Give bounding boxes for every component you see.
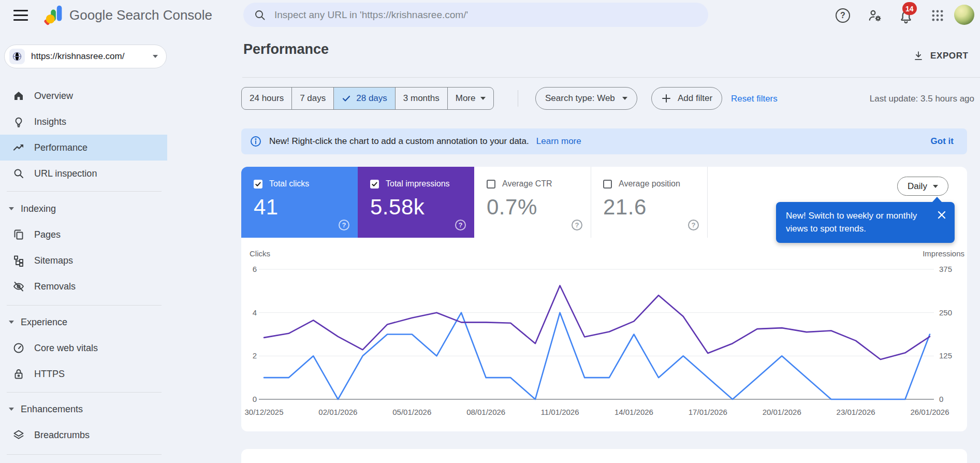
learn-more-link[interactable]: Learn more bbox=[536, 136, 581, 147]
sidebar-item-url-inspection[interactable]: URL inspection bbox=[0, 161, 167, 186]
svg-text:250: 250 bbox=[939, 308, 952, 317]
chip-24-hours[interactable]: 24 hours bbox=[242, 88, 292, 109]
info-icon bbox=[250, 135, 262, 148]
tile-divider bbox=[707, 167, 708, 238]
sidebar-item-sitemaps[interactable]: Sitemaps bbox=[0, 248, 167, 273]
svg-text:6: 6 bbox=[253, 265, 257, 273]
svg-text:Clicks: Clicks bbox=[250, 249, 270, 258]
total-clicks-value: 41 bbox=[254, 195, 358, 220]
search-console-logo-icon bbox=[42, 4, 66, 27]
svg-text:08/01/2026: 08/01/2026 bbox=[466, 408, 505, 416]
help-icon[interactable]: ? bbox=[339, 220, 349, 230]
help-icon[interactable]: ? bbox=[455, 220, 466, 230]
annotation-banner: New! Right-click the chart to add a cust… bbox=[241, 128, 967, 154]
average-ctr-value: 0.7% bbox=[487, 195, 591, 220]
speedometer-icon bbox=[12, 342, 25, 354]
chip-28-days[interactable]: 28 days bbox=[334, 88, 396, 109]
sidebar-divider bbox=[7, 191, 162, 192]
notification-count-badge[interactable]: 14 bbox=[902, 2, 917, 15]
help-icon[interactable]: ? bbox=[836, 8, 850, 23]
average-position-tile[interactable]: Average position 21.6 ? bbox=[591, 167, 707, 238]
section-collapse-icon bbox=[9, 207, 14, 210]
sidebar-divider bbox=[7, 392, 162, 393]
svg-text:05/01/2026: 05/01/2026 bbox=[392, 408, 431, 416]
sitemap-icon bbox=[12, 254, 25, 267]
sidebar-section-experience[interactable]: Experience bbox=[0, 309, 167, 335]
menu-icon[interactable] bbox=[13, 8, 29, 22]
tooltip-text: New! Switch to weekly or monthly views t… bbox=[786, 211, 917, 234]
layers-icon bbox=[12, 429, 25, 441]
svg-text:11/01/2026: 11/01/2026 bbox=[541, 408, 579, 416]
home-icon bbox=[12, 90, 25, 102]
chevron-down-icon bbox=[480, 97, 486, 100]
sidebar-item-insights[interactable]: Insights bbox=[0, 109, 167, 135]
total-impressions-checkbox[interactable] bbox=[370, 180, 379, 189]
lightbulb-icon bbox=[12, 115, 25, 128]
search-console-app: Google Search Console ? 14 https://krish… bbox=[0, 0, 980, 463]
svg-text:17/01/2026: 17/01/2026 bbox=[689, 408, 727, 416]
sidebar-item-overview[interactable]: Overview bbox=[0, 83, 167, 109]
user-settings-icon[interactable] bbox=[868, 8, 882, 23]
sidebar-divider bbox=[7, 454, 162, 455]
svg-text:0: 0 bbox=[939, 395, 943, 403]
url-inspect-input[interactable] bbox=[274, 9, 698, 21]
search-type-dropdown[interactable]: Search type: Web bbox=[535, 87, 637, 110]
section-collapse-icon bbox=[9, 408, 14, 411]
property-url: https://krishnasree.com/ bbox=[31, 51, 147, 62]
close-icon[interactable] bbox=[937, 210, 947, 220]
total-impressions-tile[interactable]: Total impressions 5.58k ? bbox=[358, 167, 474, 238]
svg-text:Impressions: Impressions bbox=[923, 249, 964, 258]
svg-text:0: 0 bbox=[253, 395, 257, 403]
performance-chart[interactable]: 00212542506375ClicksImpressions30/12/202… bbox=[241, 242, 967, 424]
granularity-dropdown[interactable]: Daily bbox=[897, 177, 948, 196]
sidebar-item-https[interactable]: HTTPS bbox=[0, 361, 167, 387]
sidebar-item-pages[interactable]: Pages bbox=[0, 222, 167, 248]
chevron-down-icon bbox=[153, 55, 158, 58]
url-inspect-searchbar[interactable] bbox=[243, 3, 708, 27]
got-it-button[interactable]: Got it bbox=[931, 136, 954, 147]
average-position-checkbox[interactable] bbox=[603, 180, 612, 189]
download-icon bbox=[913, 50, 924, 62]
banner-text: New! Right-click the chart to add a cust… bbox=[269, 136, 529, 147]
chevron-down-icon bbox=[933, 185, 938, 188]
property-selector[interactable]: https://krishnasree.com/ bbox=[4, 45, 167, 68]
help-icon[interactable]: ? bbox=[572, 220, 582, 230]
sidebar-item-removals[interactable]: Removals bbox=[0, 273, 167, 299]
check-icon bbox=[342, 94, 351, 103]
pages-icon bbox=[12, 228, 25, 241]
reset-filters-link[interactable]: Reset filters bbox=[731, 94, 778, 104]
total-clicks-tile[interactable]: Total clicks 41 ? bbox=[241, 167, 358, 238]
tile-divider bbox=[591, 167, 591, 238]
app-title: Google Search Console bbox=[69, 7, 212, 23]
globe-icon bbox=[9, 49, 25, 64]
help-icon[interactable]: ? bbox=[688, 220, 699, 230]
sidebar-section-enhancements[interactable]: Enhancements bbox=[0, 396, 167, 422]
sidebar-item-performance[interactable]: Performance bbox=[0, 135, 167, 161]
apps-grid-icon[interactable] bbox=[930, 8, 945, 23]
chip-3-months[interactable]: 3 months bbox=[396, 88, 448, 109]
sidebar-divider bbox=[7, 305, 162, 306]
trends-tooltip: New! Switch to weekly or monthly views t… bbox=[776, 202, 955, 243]
chip-more[interactable]: More bbox=[448, 88, 494, 109]
average-ctr-tile[interactable]: Average CTR 0.7% ? bbox=[474, 167, 591, 238]
total-impressions-value: 5.58k bbox=[370, 195, 474, 220]
svg-text:14/01/2026: 14/01/2026 bbox=[615, 408, 653, 416]
header-divider bbox=[242, 77, 980, 78]
average-position-value: 21.6 bbox=[603, 195, 707, 220]
svg-text:20/01/2026: 20/01/2026 bbox=[763, 408, 801, 416]
svg-text:375: 375 bbox=[939, 265, 952, 273]
trending-up-icon bbox=[12, 141, 25, 154]
user-avatar[interactable] bbox=[954, 5, 974, 25]
sidebar-item-core-web-vitals[interactable]: Core web vitals bbox=[0, 335, 167, 361]
chevron-down-icon bbox=[622, 97, 627, 100]
export-button[interactable]: EXPORT bbox=[913, 50, 969, 62]
chip-7-days[interactable]: 7 days bbox=[292, 88, 334, 109]
average-ctr-checkbox[interactable] bbox=[487, 180, 495, 189]
page-title: Performance bbox=[243, 41, 329, 57]
svg-text:2: 2 bbox=[253, 351, 257, 360]
sidebar-item-breadcrumbs[interactable]: Breadcrumbs bbox=[0, 422, 167, 448]
sidebar-section-indexing[interactable]: Indexing bbox=[0, 196, 167, 222]
add-filter-button[interactable]: Add filter bbox=[651, 87, 722, 110]
svg-text:26/01/2026: 26/01/2026 bbox=[910, 408, 949, 416]
total-clicks-checkbox[interactable] bbox=[254, 180, 262, 189]
